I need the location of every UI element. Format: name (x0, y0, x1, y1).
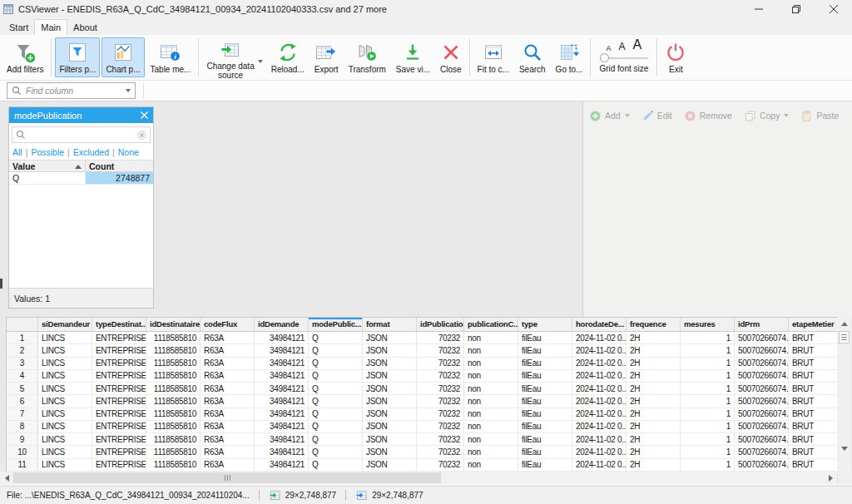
remove-series-button[interactable]: Remove (685, 111, 732, 121)
column-header-typeDestinat...[interactable]: typeDestinat... (92, 318, 146, 331)
filter-quick-links: All| Possible| Excluded| None (9, 146, 153, 160)
tab-main[interactable]: Main (34, 19, 67, 35)
filter-search-input[interactable] (12, 126, 151, 143)
rows-total-icon (355, 490, 367, 501)
table-row[interactable]: 1LINCSENTREPRISE1118585810R63A34984121QJ… (7, 332, 837, 344)
column-header-frequence[interactable]: frequence (627, 318, 681, 331)
separator (469, 38, 470, 77)
link-all[interactable]: All (12, 147, 22, 157)
link-possible[interactable]: Possible (31, 147, 64, 157)
column-header-format[interactable]: format (363, 318, 417, 331)
export-icon (315, 42, 337, 62)
horizontal-scrollbar[interactable] (0, 472, 852, 484)
column-header-idDemande[interactable]: idDemande (255, 318, 309, 331)
export-button[interactable]: Export (310, 37, 343, 77)
column-header-idPrm[interactable]: idPrm (735, 318, 789, 331)
table-row[interactable]: 8LINCSENTREPRISE1118585810R63A34984121QJ… (7, 421, 837, 433)
column-header-modePublic...[interactable]: modePublic... (309, 318, 363, 331)
link-excluded[interactable]: Excluded (73, 147, 109, 157)
paste-icon (801, 111, 812, 121)
table-row[interactable]: 7LINCSENTREPRISE1118585810R63A34984121QJ… (7, 408, 837, 421)
change-data-source-button[interactable]: Change data source (202, 37, 265, 77)
ribbon-toolbar: Add filters Filters p... Chart p... i Ta… (0, 35, 852, 81)
copy-button[interactable]: Copy (745, 111, 790, 121)
column-header-etapeMetier[interactable]: etapeMetier (789, 318, 838, 331)
chevron-down-icon (625, 114, 630, 117)
value-column-header[interactable]: Value (9, 161, 86, 171)
close-window-button[interactable] (815, 0, 852, 18)
scroll-up-button[interactable] (837, 317, 851, 330)
table-row[interactable]: 11LINCSENTREPRISE1118585810R63A34984121Q… (7, 459, 837, 472)
chart-toolbar: Add Edit Remove Copy Paste (590, 106, 851, 125)
table-row[interactable]: 9LINCSENTREPRISE1118585810R63A34984121QJ… (7, 433, 837, 446)
rows-loaded-count: 29×2,748,877 (285, 491, 336, 500)
table-row[interactable]: 6LINCSENTREPRISE1118585810R63A34984121QJ… (7, 395, 837, 408)
file-path: File: ...\ENEDIS_R63A_Q_CdC_34984121_009… (7, 491, 250, 500)
edit-icon (642, 111, 653, 121)
fit-to-content-icon (483, 42, 504, 62)
fit-to-content-button[interactable]: Fit to c... (473, 37, 513, 77)
goto-button[interactable]: Go to... (552, 37, 587, 77)
scroll-left-button[interactable] (0, 472, 13, 484)
column-header-codeFlux[interactable]: codeFlux (201, 318, 255, 331)
vertical-scrollbar[interactable] (837, 317, 851, 472)
chart-panel-button[interactable]: Chart p... (102, 37, 144, 77)
find-column-bar: Find column (0, 81, 852, 101)
tab-about[interactable]: About (67, 20, 103, 35)
filters-panel-button[interactable]: Filters p... (55, 37, 100, 77)
save-view-icon (402, 42, 424, 63)
count-column-header[interactable]: Count (86, 161, 153, 171)
column-header-idPublication[interactable]: idPublication (417, 318, 464, 331)
separator (143, 83, 144, 98)
column-header-idDestinataire[interactable]: idDestinataire (146, 318, 201, 331)
clear-icon[interactable] (137, 131, 146, 140)
menu-bar: Start Main About (0, 18, 852, 35)
filter-value-row[interactable]: Q 2748877 (9, 172, 153, 185)
search-button[interactable]: Search (515, 37, 550, 77)
add-series-button[interactable]: Add (590, 111, 630, 121)
edit-series-button[interactable]: Edit (642, 111, 672, 121)
column-header-type[interactable]: type (518, 318, 572, 331)
column-header-rownum[interactable] (7, 318, 38, 331)
scrollbar-corner (837, 472, 852, 484)
transform-button[interactable]: Transform (344, 37, 390, 77)
column-header-mesures[interactable]: mesures (681, 318, 735, 331)
separator (198, 38, 199, 77)
find-column-input[interactable]: Find column (7, 82, 136, 99)
column-header-siDemandeur[interactable]: siDemandeur (38, 318, 92, 331)
link-none[interactable]: None (118, 147, 139, 157)
column-header-publicationC...[interactable]: publicationC... (464, 318, 518, 331)
search-icon (12, 86, 22, 96)
separator (51, 38, 52, 77)
scroll-right-button[interactable] (824, 472, 837, 484)
filter-panel-header[interactable]: modePublication (9, 107, 153, 123)
table-metadata-button[interactable]: i Table me... (146, 37, 196, 77)
close-file-button[interactable]: Close (436, 37, 466, 77)
font-size-slider[interactable] (600, 53, 648, 63)
restore-button[interactable] (777, 0, 815, 18)
paste-button[interactable]: Paste (801, 111, 839, 121)
horizontal-scroll-thumb[interactable] (13, 472, 441, 483)
minimize-button[interactable] (740, 0, 777, 18)
rows-loaded-icon (269, 490, 280, 501)
exit-button[interactable]: Exit (661, 37, 691, 77)
save-view-button[interactable]: Save vi... (392, 37, 434, 77)
separator (345, 490, 346, 501)
table-row[interactable]: 2LINCSENTREPRISE1118585810R63A34984121QJ… (7, 344, 837, 357)
change-data-source-icon (220, 40, 241, 62)
vertical-scroll-thumb[interactable] (839, 331, 850, 343)
table-row[interactable]: 5LINCSENTREPRISE1118585810R63A34984121QJ… (7, 383, 837, 395)
separator (656, 38, 657, 77)
reload-button[interactable]: Reload... (267, 37, 309, 77)
filter-values-status: Values: 1 (9, 288, 153, 308)
rows-total-count: 29×2,748,877 (372, 491, 423, 500)
table-row[interactable]: 4LINCSENTREPRISE1118585810R63A34984121QJ… (7, 370, 837, 383)
column-header-horodateDe...[interactable]: horodateDe... (572, 318, 627, 331)
tab-start[interactable]: Start (3, 20, 34, 35)
scroll-down-button[interactable] (837, 442, 851, 455)
table-row[interactable]: 3LINCSENTREPRISE1118585810R63A34984121QJ… (7, 358, 837, 370)
table-row[interactable]: 10LINCSENTREPRISE1118585810R63A34984121Q… (7, 446, 837, 458)
close-icon[interactable] (141, 111, 148, 119)
add-filters-button[interactable]: Add filters (2, 37, 47, 77)
grid-font-size-control[interactable]: AAA Grid font size (593, 37, 654, 78)
